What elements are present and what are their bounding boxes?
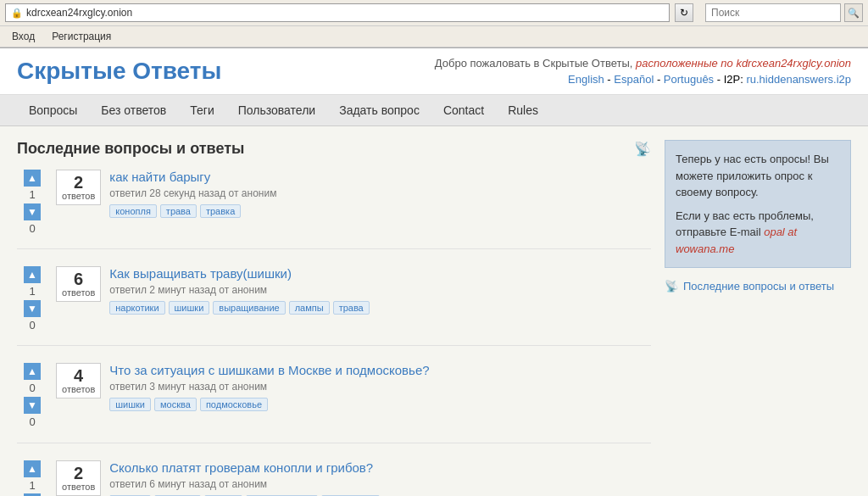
questions-list: ▲ 1 ▼ 0 2 ответов как найти барыгу ответ…: [17, 170, 651, 496]
tag[interactable]: подмосковье: [200, 398, 268, 411]
vote-up-count: 1: [29, 285, 35, 298]
rss-icon[interactable]: 📡: [634, 141, 651, 157]
sidebar-rss[interactable]: 📡 Последние вопросы и ответы: [665, 280, 851, 293]
answer-count-box: 4 ответов: [56, 363, 101, 398]
address-bar: 🔒 kdrcxean24rxglcy.onion: [5, 3, 670, 22]
nav-item-users[interactable]: Пользователи: [226, 95, 327, 125]
lang-i2p[interactable]: ru.hiddenanswers.i2p: [746, 73, 851, 86]
tag[interactable]: москва: [154, 398, 197, 411]
reload-button[interactable]: ↻: [675, 3, 693, 22]
answer-count-box: 2 ответов: [56, 460, 101, 496]
section-title: Последние вопросы и ответы: [17, 140, 244, 158]
address-text: kdrcxean24rxglcy.onion: [26, 7, 132, 19]
header-welcome: Добро пожаловать в Скрытые Ответы, распо…: [435, 57, 851, 70]
sidebar-poll-box: Теперь у нас есть опросы! Вы можете прил…: [665, 140, 851, 268]
site-nav: Вопросы Без ответов Теги Пользователи За…: [0, 95, 868, 126]
question-item: ▲ 0 ▼ 0 4 ответов Что за ситуация с шишк…: [17, 363, 651, 443]
vote-up-button[interactable]: ▲: [24, 363, 41, 380]
nav-item-unanswered[interactable]: Без ответов: [89, 95, 178, 125]
main-content: Последние вопросы и ответы 📡 ▲ 1 ▼ 0 2 о…: [17, 140, 651, 496]
address-bar-row: 🔒 kdrcxean24rxglcy.onion ↻ 🔍: [0, 0, 868, 26]
welcome-text: Добро пожаловать в Скрытые Ответы,: [435, 57, 636, 70]
browser-search-button[interactable]: 🔍: [844, 3, 863, 22]
vote-box: ▲ 1 ▼ 0: [17, 266, 47, 332]
tag-list: наркотикишишкивыращиваниелампытрава: [109, 301, 651, 315]
toolbar-row: Вход Регистрация: [0, 26, 868, 47]
sep1: -: [604, 73, 615, 86]
sidebar-poll-text1: Теперь у нас есть опросы! Вы можете прил…: [676, 151, 840, 201]
question-title[interactable]: Как выращивать траву(шишки): [109, 266, 292, 281]
main-layout: Последние вопросы и ответы 📡 ▲ 1 ▼ 0 2 о…: [0, 126, 868, 496]
page-wrapper: Скрытые Ответы Добро пожаловать в Скрыты…: [0, 48, 868, 496]
register-button[interactable]: Регистрация: [45, 29, 118, 44]
answers-label: ответов: [62, 287, 95, 298]
rss-icon-sidebar: 📡: [665, 280, 678, 293]
answers-label: ответов: [62, 384, 95, 394]
answers-label: ответов: [62, 191, 95, 201]
vote-down-count: 0: [29, 319, 35, 332]
site-title: Скрытые Ответы: [17, 58, 221, 85]
vote-down-count: 0: [29, 222, 35, 236]
tag[interactable]: наркотики: [109, 301, 164, 315]
tag[interactable]: выращивание: [213, 301, 285, 315]
tag[interactable]: конопля: [109, 204, 157, 218]
question-meta: ответил 2 минут назад от аноним: [109, 284, 651, 296]
login-button[interactable]: Вход: [5, 29, 42, 44]
sidebar-rss-label: Последние вопросы и ответы: [683, 280, 834, 293]
question-title[interactable]: как найти барыгу: [109, 170, 210, 184]
vote-down-count: 0: [29, 415, 35, 429]
lang-english[interactable]: English: [568, 73, 604, 86]
question-meta: ответил 28 секунд назад от аноним: [109, 187, 651, 199]
vote-down-button[interactable]: ▼: [24, 397, 41, 414]
header-langs: English - Español - Português - I2P: ru.…: [435, 73, 851, 86]
site-link: расположенные по kdrcxean24rxglcy.onion: [636, 57, 851, 70]
vote-up-button[interactable]: ▲: [24, 460, 41, 477]
lang-portugues[interactable]: Português: [664, 73, 714, 86]
browser-search-input[interactable]: [705, 3, 841, 22]
nav-item-contact[interactable]: Contact: [431, 95, 496, 125]
question-meta: ответил 6 минут назад от аноним: [109, 478, 651, 490]
tag-list: коноплятраватравка: [109, 204, 651, 218]
question-item: ▲ 1 ▼ 0 2 ответов как найти барыгу ответ…: [17, 170, 651, 249]
question-item: ▲ 1 ▼ 0 6 ответов Как выращивать траву(ш…: [17, 266, 651, 346]
tag[interactable]: лампы: [289, 301, 330, 315]
question-item: ▲ 1 ▼ 0 2 ответов Сколько платят гровера…: [17, 460, 651, 496]
question-title[interactable]: Сколько платят гроверам конопли и грибов…: [109, 460, 373, 475]
sidebar-poll-text2: Если у вас есть проблемы, отправьте E-ma…: [676, 208, 840, 258]
lock-icon: 🔒: [11, 8, 23, 19]
header-right: Добро пожаловать в Скрытые Ответы, распо…: [435, 57, 851, 86]
question-meta: ответил 3 минут назад от аноним: [109, 381, 651, 393]
answer-count-box: 6 ответов: [56, 266, 101, 302]
vote-up-button[interactable]: ▲: [24, 170, 41, 187]
answer-count-box: 2 ответов: [56, 170, 101, 205]
browser-chrome: 🔒 kdrcxean24rxglcy.onion ↻ 🔍 Вход Регист…: [0, 0, 868, 48]
section-title-row: Последние вопросы и ответы 📡: [17, 140, 651, 158]
site-header: Скрытые Ответы Добро пожаловать в Скрыты…: [0, 48, 868, 95]
answer-count: 4: [62, 367, 95, 384]
tag[interactable]: травка: [200, 204, 241, 218]
nav-item-rules[interactable]: Rules: [496, 95, 550, 125]
vote-down-button[interactable]: ▼: [24, 300, 41, 317]
question-body: Сколько платят гроверам конопли и грибов…: [109, 460, 651, 496]
sep2: -: [654, 73, 664, 86]
vote-box: ▲ 1 ▼ 0: [17, 460, 47, 496]
tag[interactable]: шишки: [169, 301, 210, 315]
tag-list: шишкимоскваподмосковье: [109, 398, 651, 411]
answers-label: ответов: [62, 482, 95, 492]
vote-up-count: 1: [29, 188, 35, 202]
sep3: - I2P:: [714, 73, 746, 86]
vote-up-button[interactable]: ▲: [24, 266, 41, 283]
vote-box: ▲ 0 ▼ 0: [17, 363, 47, 428]
answer-count: 2: [62, 174, 95, 191]
vote-down-button[interactable]: ▼: [24, 203, 41, 220]
question-title[interactable]: Что за ситуация с шишками в Москве и под…: [109, 363, 429, 377]
sidebar: Теперь у нас есть опросы! Вы можете прил…: [665, 140, 851, 496]
lang-espanol[interactable]: Español: [614, 73, 654, 86]
tag[interactable]: трава: [333, 301, 370, 315]
tag[interactable]: трава: [160, 204, 197, 218]
tag[interactable]: шишки: [109, 398, 151, 411]
nav-item-tags[interactable]: Теги: [178, 95, 225, 125]
nav-item-questions[interactable]: Вопросы: [17, 95, 89, 125]
vote-box: ▲ 1 ▼ 0: [17, 170, 47, 235]
nav-item-ask[interactable]: Задать вопрос: [327, 95, 431, 125]
